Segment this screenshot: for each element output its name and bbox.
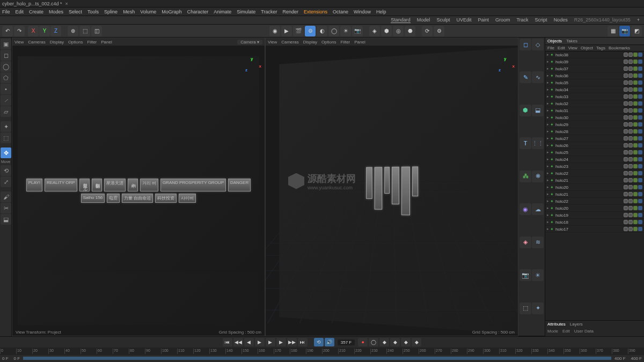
visibility-tag[interactable] (624, 67, 628, 71)
cube-icon[interactable]: ◻ (519, 39, 531, 50)
scene-icon[interactable]: ⬚ (519, 302, 531, 314)
visibility-tag[interactable] (624, 136, 628, 141)
object-row[interactable]: ▸✦holo22 (545, 170, 644, 177)
menu-animate[interactable]: Animate (214, 9, 231, 14)
tab-takes[interactable]: Takes (566, 39, 577, 43)
render-vis-tag[interactable] (628, 53, 633, 57)
render-vis-tag[interactable] (628, 87, 633, 92)
render-vis-tag[interactable] (628, 157, 633, 161)
workplane-button[interactable]: ◫ (91, 26, 102, 36)
panel-toggle-1[interactable]: ▦ (608, 26, 618, 36)
menu-help[interactable]: Help (376, 9, 386, 14)
deformer-icon[interactable]: ◈ (519, 237, 531, 248)
volume-icon[interactable]: ☁ (532, 203, 544, 215)
expand-icon[interactable]: ▸ (547, 185, 549, 189)
visibility-tag[interactable] (624, 101, 628, 106)
deformer-button[interactable]: ◈ (369, 26, 380, 36)
expand-icon[interactable]: ▸ (547, 80, 549, 85)
rig-icon[interactable]: ✦ (532, 302, 544, 314)
field-icon[interactable]: ◉ (519, 203, 531, 215)
object-row[interactable]: ▸✦holo39 (545, 58, 644, 65)
tag-icon[interactable] (633, 80, 638, 85)
tag-icon[interactable] (638, 73, 642, 78)
point-mode-tool[interactable]: • (1, 84, 11, 94)
tag-icon[interactable] (633, 143, 638, 147)
object-row[interactable]: ▸✦holo33 (545, 93, 644, 100)
range-end-2[interactable]: 400 F (614, 356, 625, 361)
generator-button[interactable]: ⬢ (381, 26, 392, 36)
vp-menu-options[interactable]: Options (68, 40, 83, 45)
expand-icon[interactable]: ▸ (547, 60, 549, 64)
visibility-tag[interactable] (624, 178, 628, 182)
expand-icon[interactable]: ▸ (547, 115, 549, 120)
expand-icon[interactable]: ▸ (547, 171, 549, 175)
object-row[interactable]: ▸✦holo35 (545, 79, 644, 86)
visibility-tag[interactable] (624, 150, 628, 154)
record-button[interactable]: ● (358, 338, 368, 346)
tag-icon[interactable] (633, 157, 638, 161)
object-row[interactable]: ▸✦holo27 (545, 135, 644, 142)
tag-icon[interactable] (633, 199, 638, 203)
object-row[interactable]: ▸✦holo32 (545, 100, 644, 107)
expand-icon[interactable]: ▸ (547, 122, 549, 127)
object-row[interactable]: ▸✦holo22 (545, 198, 644, 205)
menu-simulate[interactable]: Simulate (237, 9, 255, 14)
obj-menu-bookmarks[interactable]: Bookmarks (609, 46, 630, 50)
visibility-tag[interactable] (624, 115, 628, 120)
object-row[interactable]: ▸✦holo26 (545, 142, 644, 149)
key-param-button[interactable]: ◆ (412, 338, 421, 346)
tag-icon[interactable] (638, 171, 642, 175)
layout-sculpt[interactable]: Sculpt (436, 17, 450, 23)
effector-icon[interactable]: ❋ (532, 171, 544, 182)
tag-icon[interactable] (633, 171, 638, 175)
layout-uvedit[interactable]: UVEdit (456, 17, 471, 23)
brush-tool[interactable]: 🖌 (1, 191, 11, 202)
tag-icon[interactable] (633, 192, 638, 196)
visibility-tag[interactable] (624, 143, 628, 147)
tag-icon[interactable] (638, 122, 642, 127)
range-start[interactable]: 0 F (2, 356, 9, 361)
render-vis-tag[interactable] (628, 129, 633, 134)
render-vis-tag[interactable] (628, 136, 633, 141)
object-row[interactable]: ▸✦holo21 (545, 191, 644, 198)
autokey-button[interactable]: ◯ (369, 338, 378, 346)
tag-icon[interactable] (638, 227, 642, 231)
tag-icon[interactable] (638, 129, 642, 134)
obj-menu-edit[interactable]: Edit (558, 46, 565, 50)
visibility-tag[interactable] (624, 213, 628, 217)
expand-icon[interactable]: ▸ (547, 108, 549, 113)
render-vis-tag[interactable] (628, 178, 633, 182)
layout-custom[interactable]: R26_2560x1440_layout35 (574, 17, 631, 23)
menu-create[interactable]: Create (29, 9, 43, 14)
obj-menu-file[interactable]: File (547, 46, 554, 50)
tag-icon[interactable] (638, 67, 642, 71)
tag-icon[interactable] (633, 122, 638, 127)
poly-select-tool[interactable]: ⬠ (1, 72, 11, 83)
panel-toggle-2[interactable]: 📷 (619, 26, 630, 36)
render-vis-tag[interactable] (628, 101, 633, 106)
tag-icon[interactable] (633, 73, 638, 78)
simulate-icon[interactable]: ≋ (532, 237, 544, 248)
render-vis-tag[interactable] (628, 94, 633, 99)
viewport-right-canvas[interactable]: x y z Grid Spacing : 500 cm (266, 46, 518, 336)
vp-menu-filter[interactable]: Filter (340, 40, 350, 45)
visibility-tag[interactable] (624, 73, 628, 78)
visibility-tag[interactable] (624, 80, 628, 85)
tag-icon[interactable] (638, 199, 642, 203)
visibility-tag[interactable] (624, 53, 628, 57)
tag-icon[interactable] (638, 108, 642, 113)
tab-objects[interactable]: Objects (547, 39, 562, 43)
goto-end-button[interactable]: ⏭ (298, 338, 308, 346)
expand-icon[interactable]: ▸ (547, 150, 549, 154)
vp-menu-panel[interactable]: Panel (354, 40, 365, 45)
render-vis-tag[interactable] (628, 122, 633, 127)
render-vis-tag[interactable] (628, 150, 633, 154)
axis-z-button[interactable]: Z (50, 26, 61, 36)
rotate-tool[interactable]: ⟲ (1, 165, 11, 176)
tag-button[interactable]: ⬣ (405, 26, 415, 36)
vp-menu-options[interactable]: Options (321, 40, 336, 45)
render-vis-tag[interactable] (628, 227, 633, 231)
obj-menu-tags[interactable]: Tags (596, 46, 605, 50)
visibility-tag[interactable] (624, 129, 628, 134)
render-vis-tag[interactable] (628, 108, 633, 113)
